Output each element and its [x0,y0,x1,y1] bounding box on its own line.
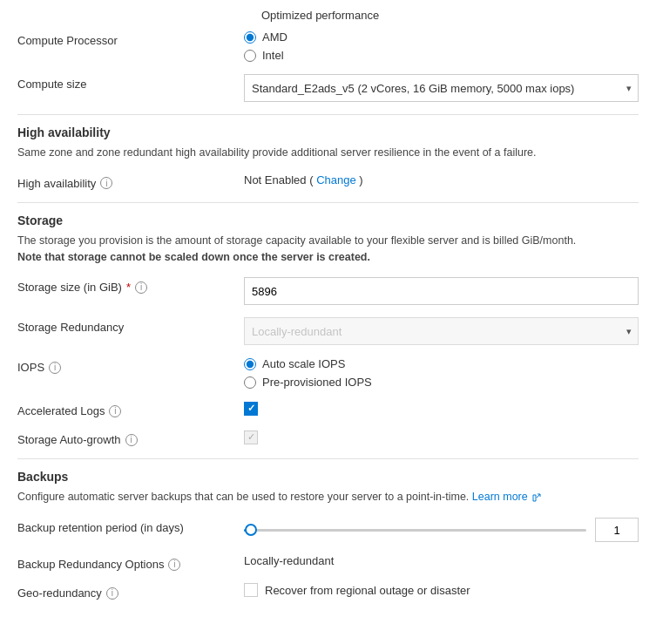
storage-desc1: The storage you provision is the amount … [17,234,576,247]
intel-radio[interactable] [244,50,256,62]
auto-scale-iops-label: Auto scale IOPS [262,357,345,370]
iops-label: IOPS [17,361,44,374]
high-availability-value: Not Enabled [244,173,307,186]
required-star: * [126,281,131,294]
compute-size-select-wrapper: Standard_E2ads_v5 (2 vCores, 16 GiB memo… [244,74,639,102]
storage-redundancy-select[interactable]: Locally-redundant [244,317,639,345]
geo-redundancy-desc: Recover from regional outage or disaster [265,584,470,597]
high-availability-change-link[interactable]: Change [316,173,356,186]
backup-redundancy-value: Locally-redundant [244,554,334,567]
divider-backups [17,458,639,459]
divider-storage [17,202,639,203]
auto-scale-iops-radio[interactable] [244,358,256,370]
backup-redundancy-label: Backup Redundancy Options [17,558,164,571]
geo-redundancy-info-icon[interactable]: i [106,587,118,600]
auto-scale-iops-item[interactable]: Auto scale IOPS [244,357,639,370]
storage-auto-growth-checkbox[interactable] [244,430,258,444]
storage-desc: The storage you provision is the amount … [17,233,639,266]
iops-info-icon[interactable]: i [49,362,61,374]
storage-heading: Storage [17,214,639,227]
compute-processor-label: Compute Processor [17,34,118,47]
intel-label: Intel [262,49,284,62]
backups-learn-more-link[interactable]: Learn more [472,491,528,503]
pre-provisioned-iops-label: Pre-provisioned IOPS [262,376,372,389]
high-availability-heading: High availability [17,125,639,139]
high-availability-label: High availability [17,177,96,190]
storage-redundancy-select-wrapper: Locally-redundant ▾ [244,317,639,345]
divider-ha [17,114,639,115]
storage-desc2: Note that storage cannot be scaled down … [17,251,370,263]
accelerated-logs-info-icon[interactable]: i [109,405,121,417]
optimized-performance-text: Optimized performance [17,9,639,31]
backup-retention-label: Backup retention period (in days) [17,521,184,534]
storage-size-label: Storage size (in GiB) [17,281,122,294]
space: ( [309,173,313,186]
intel-radio-item[interactable]: Intel [244,49,639,62]
accelerated-logs-label: Accelerated Logs [17,404,105,417]
storage-size-input[interactable] [244,277,639,305]
amd-radio-item[interactable]: AMD [244,31,639,44]
compute-size-select[interactable]: Standard_E2ads_v5 (2 vCores, 16 GiB memo… [244,74,639,102]
storage-auto-growth-info-icon[interactable]: i [125,434,138,446]
backup-retention-slider-track [244,529,586,532]
storage-size-info-icon[interactable]: i [135,281,147,294]
backup-retention-slider-thumb[interactable] [245,524,257,536]
storage-redundancy-label: Storage Redundancy [17,321,124,334]
amd-radio[interactable] [244,31,256,44]
backups-desc: Configure automatic server backups that … [17,489,639,505]
high-availability-info-icon[interactable]: i [100,177,112,189]
backup-retention-value-input[interactable] [595,518,639,542]
pre-provisioned-iops-radio[interactable] [244,376,256,389]
accelerated-logs-checkbox[interactable] [244,402,258,416]
backups-desc-text: Configure automatic server backups that … [17,491,469,503]
backup-retention-slider-container [244,518,639,542]
pre-provisioned-iops-item[interactable]: Pre-provisioned IOPS [244,376,639,389]
backup-redundancy-info-icon[interactable]: i [168,559,180,571]
compute-size-label: Compute size [17,78,86,91]
high-availability-desc: Same zone and zone redundant high availa… [17,145,639,161]
external-link-icon [532,493,541,502]
storage-auto-growth-label: Storage Auto-growth [17,433,121,446]
geo-redundancy-checkbox[interactable] [244,583,258,597]
close-paren: ) [359,173,362,186]
amd-label: AMD [262,31,287,44]
backups-heading: Backups [17,470,639,484]
geo-redundancy-label: Geo-redundancy [17,586,102,600]
